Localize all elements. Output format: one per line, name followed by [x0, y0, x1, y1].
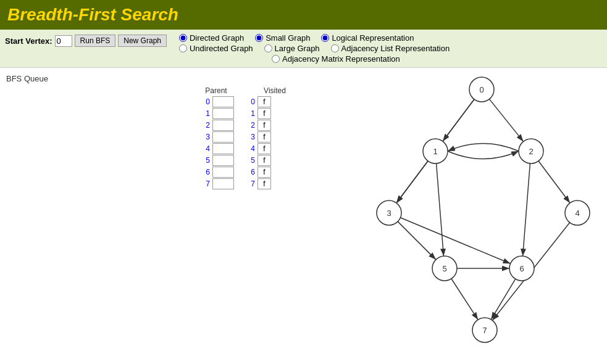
table-rows: 0 0 f 1 1 f 2 2 f 3 3 f 4 4 f 5 5 f 6 6 … — [198, 96, 290, 189]
svg-text:1: 1 — [433, 147, 437, 156]
parent-cell — [212, 120, 234, 131]
svg-line-11 — [489, 99, 523, 142]
start-vertex-area: Start Vertex: Run BFS New Graph — [5, 35, 167, 47]
start-vertex-input[interactable] — [55, 35, 72, 47]
svg-text:5: 5 — [442, 264, 446, 273]
visited-cell: f — [257, 143, 271, 154]
svg-text:4: 4 — [575, 209, 579, 218]
visited-cell: f — [257, 178, 271, 189]
run-bfs-button[interactable]: Run BFS — [75, 35, 116, 47]
svg-line-5 — [398, 221, 436, 260]
table-area: Parent Visited 0 0 f 1 1 f 2 2 f 3 3 f 4… — [198, 86, 290, 190]
visited-index: 6 — [243, 168, 255, 176]
svg-line-12 — [443, 99, 474, 141]
controls-bar: Start Vertex: Run BFS New Graph Directed… — [0, 30, 607, 68]
visited-index: 5 — [243, 156, 255, 165]
parent-cell — [212, 96, 234, 107]
row-index: 5 — [198, 156, 210, 165]
parent-cell — [212, 108, 234, 119]
svg-line-10 — [396, 161, 428, 203]
visited-index: 3 — [243, 133, 255, 141]
svg-line-9 — [538, 161, 570, 203]
visited-index: 0 — [243, 97, 255, 106]
table-row: 7 7 f — [198, 178, 290, 189]
svg-line-3 — [451, 279, 478, 320]
svg-text:6: 6 — [519, 264, 524, 273]
row-index: 1 — [198, 109, 210, 118]
row-index: 2 — [198, 121, 210, 130]
table-header: Parent Visited — [198, 86, 290, 95]
radio-large-graph[interactable]: Large Graph — [264, 44, 320, 53]
bfs-queue-label: BFS Queue — [6, 74, 315, 83]
radio-groups: Directed Graph Small Graph Logical Repre… — [179, 33, 450, 64]
svg-line-6 — [523, 163, 530, 256]
svg-text:3: 3 — [387, 209, 391, 218]
svg-text:0: 0 — [479, 85, 484, 94]
app-header: Breadth-First Search — [0, 0, 607, 30]
new-graph-button[interactable]: New Graph — [118, 35, 167, 47]
visited-index: 7 — [243, 180, 255, 188]
graph-svg: 01234567 — [321, 68, 607, 364]
graph-area: 01234567 — [321, 68, 607, 364]
parent-cell — [212, 131, 234, 143]
radio-row-3: Adjacency Matrix Representation — [179, 54, 450, 64]
row-index: 4 — [198, 144, 210, 153]
visited-cell: f — [257, 120, 271, 131]
table-row: 1 1 f — [198, 108, 290, 119]
svg-line-7 — [437, 163, 444, 256]
radio-small-graph[interactable]: Small Graph — [255, 33, 310, 43]
table-row: 6 6 f — [198, 167, 290, 178]
table-row: 5 5 f — [198, 155, 290, 166]
radio-row-1: Directed Graph Small Graph Logical Repre… — [179, 33, 450, 43]
table-row: 2 2 f — [198, 120, 290, 131]
visited-cell: f — [257, 167, 271, 178]
visited-index: 2 — [243, 121, 255, 130]
radio-adjacency-matrix-rep[interactable]: Adjacency Matrix Representation — [272, 54, 400, 64]
visited-index: 1 — [243, 109, 255, 118]
visited-cell: f — [257, 108, 271, 119]
svg-text:7: 7 — [482, 326, 487, 335]
visited-cell: f — [257, 131, 271, 143]
visited-cell: f — [257, 96, 271, 107]
row-index: 7 — [198, 180, 210, 188]
radio-directed-graph[interactable]: Directed Graph — [179, 33, 244, 43]
main-content: BFS Queue Parent Visited 0 0 f 1 1 f 2 2… — [0, 68, 607, 364]
table-row: 0 0 f — [198, 96, 290, 107]
table-row: 3 3 f — [198, 131, 290, 143]
parent-cell — [212, 143, 234, 154]
start-vertex-label: Start Vertex: — [5, 36, 52, 46]
radio-row-2: Undirected Graph Large Graph Adjacency L… — [179, 44, 450, 53]
table-row: 4 4 f — [198, 143, 290, 154]
radio-adjacency-list-rep[interactable]: Adjacency List Representation — [331, 44, 450, 53]
radio-logical-rep[interactable]: Logical Representation — [321, 33, 414, 43]
parent-cell — [212, 167, 234, 178]
row-index: 6 — [198, 168, 210, 176]
radio-undirected-graph[interactable]: Undirected Graph — [179, 44, 253, 53]
svg-text:2: 2 — [529, 147, 533, 156]
visited-cell: f — [257, 155, 271, 166]
svg-line-2 — [491, 279, 515, 320]
parent-cell — [212, 155, 234, 166]
row-index: 0 — [198, 97, 210, 106]
parent-cell — [212, 178, 234, 189]
visited-index: 4 — [243, 144, 255, 153]
left-panel: BFS Queue Parent Visited 0 0 f 1 1 f 2 2… — [0, 68, 321, 364]
visited-header: Visited — [259, 86, 290, 95]
parent-header: Parent — [198, 86, 235, 95]
app-title: Breadth-First Search — [7, 5, 600, 25]
row-index: 3 — [198, 133, 210, 141]
